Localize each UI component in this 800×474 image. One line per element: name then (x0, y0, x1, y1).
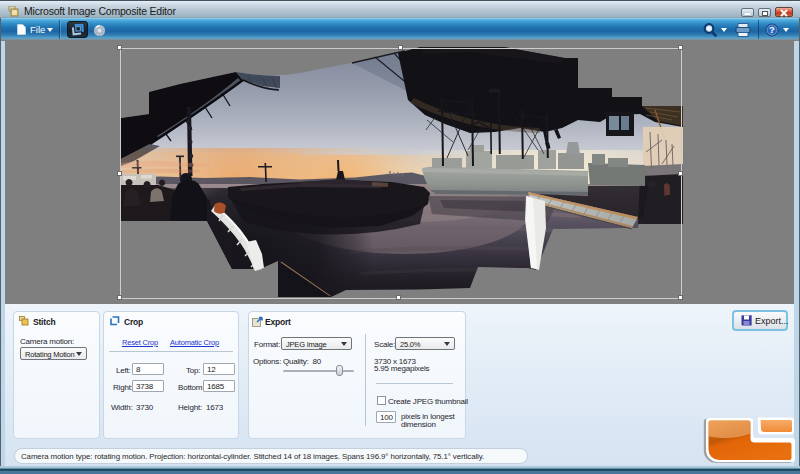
svg-text:?: ? (769, 24, 775, 35)
